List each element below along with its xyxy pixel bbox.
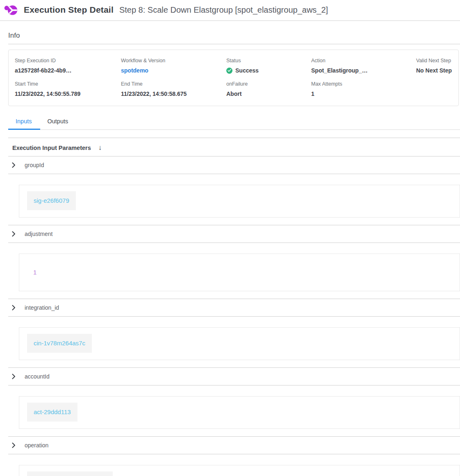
section-name: integration_id	[25, 304, 59, 311]
field-label: Step Execution ID	[15, 58, 121, 63]
chevron-right-icon[interactable]	[11, 231, 16, 237]
page-header: Execution Step Detail Step 8: Scale Down…	[0, 0, 460, 21]
field-label: Max Attempts	[311, 81, 416, 87]
value-chip: elastigroupAwsScaleDown	[27, 471, 113, 476]
value-box: sig-e26f6079	[19, 185, 460, 218]
value-box: elastigroupAwsScaleDown	[19, 465, 460, 476]
value-number: 1	[33, 269, 36, 276]
param-section-accountid: accountId act-29ddd113	[8, 367, 460, 429]
field-start-time: Start Time 11/23/2022, 14:50:55.789	[15, 81, 121, 97]
value-chip: sig-e26f6079	[27, 191, 76, 210]
tab-outputs[interactable]: Outputs	[40, 118, 77, 130]
field-workflow-version: Workflow & Version spotdemo	[121, 58, 226, 74]
field-label: Start Time	[15, 81, 121, 87]
section-name: accountId	[25, 373, 50, 380]
workflow-link[interactable]: spotdemo	[121, 67, 226, 74]
value-chip: cin-1v78m264as7c	[27, 334, 92, 353]
field-step-execution-id: Step Execution ID a125728f-6b22-4b9…	[15, 58, 121, 74]
field-onfailure: onFailure Abort	[226, 81, 311, 97]
info-card: Step Execution ID a125728f-6b22-4b9… Wor…	[8, 50, 459, 106]
execution-step-detail-page: Execution Step Detail Step 8: Scale Down…	[0, 0, 460, 476]
param-section-groupid: groupId sig-e26f6079	[8, 156, 460, 218]
field-label: Action	[311, 58, 416, 63]
chevron-right-icon[interactable]	[11, 374, 16, 379]
field-end-time: End Time 11/23/2022, 14:50:58.675	[121, 81, 226, 97]
field-label: Status	[226, 58, 311, 63]
value-box: act-29ddd113	[19, 396, 460, 429]
field-action: Action Spot_Elastigroup_…	[311, 58, 416, 74]
page-title: Execution Step Detail	[24, 5, 114, 15]
field-status: Status Success	[226, 58, 311, 74]
chevron-right-icon[interactable]	[11, 442, 16, 448]
field-label: Valid Next Step	[416, 58, 458, 63]
field-label: Workflow & Version	[121, 58, 226, 63]
divider	[8, 174, 460, 174]
tab-inputs[interactable]: Inputs	[8, 118, 40, 130]
section-header[interactable]: operation	[8, 437, 460, 454]
field-valid-next-step: Valid Next Step No Next Step	[416, 58, 458, 74]
execution-input-parameters-header: Execution Input Parameters ↓	[8, 144, 460, 151]
divider	[8, 454, 460, 454]
field-value: Abort	[226, 91, 311, 97]
param-section-integration-id: integration_id cin-1v78m264as7c	[8, 299, 460, 360]
section-name: operation	[25, 442, 48, 449]
field-value: No Next Step	[416, 67, 458, 74]
divider	[8, 316, 460, 317]
info-heading: Info	[8, 32, 460, 40]
page-subtitle: Step 8: Scale Down Elastgroup [spot_elas…	[119, 5, 328, 15]
param-section-operation: operation elastigroupAwsScaleDown	[8, 436, 460, 476]
tab-bar: Inputs Outputs	[8, 118, 460, 130]
chevron-right-icon[interactable]	[11, 305, 16, 311]
spot-logo-icon	[3, 2, 18, 17]
divider	[8, 385, 460, 385]
section-header[interactable]: integration_id	[8, 299, 460, 316]
section-name: groupId	[25, 162, 44, 168]
value-chip: act-29ddd113	[27, 403, 77, 422]
chevron-right-icon[interactable]	[11, 162, 16, 168]
divider	[8, 44, 460, 44]
field-label: End Time	[121, 81, 226, 87]
section-header[interactable]: groupId	[8, 156, 460, 174]
section-header[interactable]: adjustment	[8, 225, 460, 243]
field-max-attempts: Max Attempts 1	[311, 81, 416, 97]
value-box: 1	[19, 254, 460, 291]
field-value: 11/23/2022, 14:50:55.789	[15, 91, 121, 97]
field-value: a125728f-6b22-4b9…	[15, 67, 121, 74]
field-value: Spot_Elastigroup_…	[311, 67, 416, 74]
divider	[8, 138, 460, 138]
section-name: adjustment	[25, 231, 52, 237]
value-box: cin-1v78m264as7c	[19, 327, 460, 360]
field-label: onFailure	[226, 81, 311, 87]
status-text: Success	[235, 67, 259, 74]
field-value: 1	[311, 91, 416, 97]
check-circle-icon	[226, 68, 232, 74]
section-header[interactable]: accountId	[8, 368, 460, 385]
divider	[8, 243, 460, 243]
field-value: 11/23/2022, 14:50:58.675	[121, 91, 226, 97]
param-section-adjustment: adjustment 1	[8, 225, 460, 291]
params-title: Execution Input Parameters	[12, 145, 91, 151]
arrow-down-icon[interactable]: ↓	[98, 144, 102, 151]
